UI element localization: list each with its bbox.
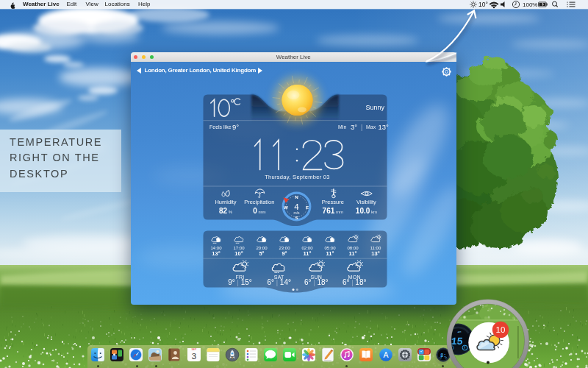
svg-text:10: 10 [496, 325, 506, 334]
svg-text:3: 3 [191, 352, 196, 361]
svg-text:A: A [383, 350, 388, 359]
svg-text:100%: 100% [523, 1, 537, 8]
svg-text:SEP: SEP [191, 348, 197, 351]
svg-text:AM: AM [458, 330, 462, 333]
svg-text:10°: 10° [478, 1, 488, 8]
